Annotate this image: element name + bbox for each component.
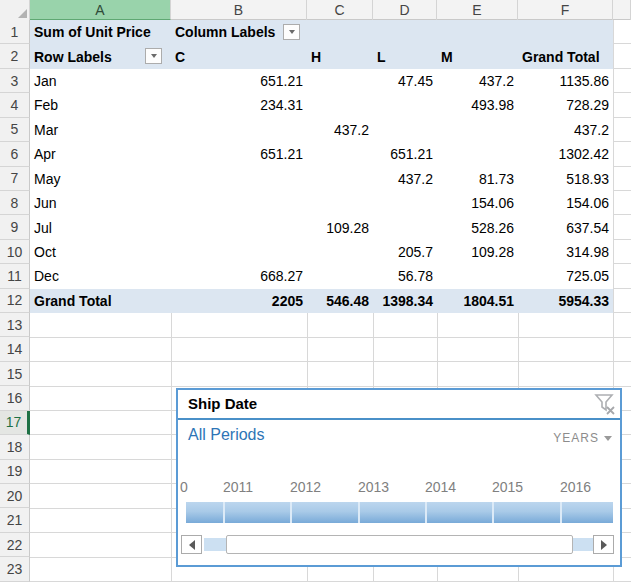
row-header-23[interactable]: 23 [0,557,30,581]
cell[interactable]: 651.21 [171,142,307,166]
cell[interactable] [373,118,437,142]
row-header-4[interactable]: 4 [0,93,30,117]
timeline-scrollbar-track[interactable] [204,538,226,551]
cell[interactable]: 1398.34 [373,289,437,313]
row-header-6[interactable]: 6 [0,142,30,166]
cell[interactable]: 314.98 [518,240,613,264]
cell[interactable]: 725.05 [518,264,613,288]
cell[interactable] [171,215,307,239]
cell[interactable]: 437.2 [437,69,518,93]
cell[interactable]: 1804.51 [437,289,518,313]
cell[interactable]: 1135.86 [518,69,613,93]
column-header-C[interactable]: C [307,0,373,20]
row-header-3[interactable]: 3 [0,69,30,93]
cell[interactable]: 546.48 [307,289,373,313]
cell[interactable] [307,240,373,264]
column-labels-filter-dropdown[interactable] [283,24,300,40]
row-label[interactable]: Jan [30,69,171,93]
pivot-col-header-L[interactable]: L [373,44,437,68]
row-header-16[interactable]: 16 [0,386,30,410]
cell[interactable]: 154.06 [518,191,613,215]
cell[interactable] [171,167,307,191]
row-label[interactable]: Apr [30,142,171,166]
row-header-12[interactable]: 12 [0,289,30,313]
column-header-D[interactable]: D [373,0,437,20]
cell[interactable]: 437.2 [518,118,613,142]
row-header-15[interactable]: 15 [0,362,30,386]
row-label[interactable]: Dec [30,264,171,288]
pivot-col-header-grand-total[interactable]: Grand Total [518,44,613,68]
cell[interactable] [437,142,518,166]
cell[interactable]: 437.2 [307,118,373,142]
row-header-5[interactable]: 5 [0,118,30,142]
cell[interactable] [307,93,373,117]
cell[interactable] [518,20,613,44]
select-all-button[interactable] [0,0,30,20]
cell[interactable] [307,69,373,93]
cell[interactable]: 437.2 [373,167,437,191]
row-header-17-active[interactable]: 17 [0,411,30,435]
column-header-G-partial[interactable] [613,0,631,20]
timeline-scrollbar-track[interactable] [573,538,593,551]
column-header-A[interactable]: A [30,0,171,20]
row-header-18[interactable]: 18 [0,435,30,459]
cell[interactable]: 154.06 [437,191,518,215]
cell[interactable] [171,118,307,142]
cell[interactable] [373,191,437,215]
cell[interactable]: 109.28 [307,215,373,239]
row-label[interactable]: Oct [30,240,171,264]
column-header-E[interactable]: E [437,0,518,20]
row-label[interactable]: May [30,167,171,191]
row-header-22[interactable]: 22 [0,533,30,557]
pivot-values-field-cell[interactable]: Sum of Unit Price [30,20,171,44]
row-label[interactable]: Jun [30,191,171,215]
timeline-scroll-right-button[interactable] [593,535,614,554]
cell[interactable]: 47.45 [373,69,437,93]
cell[interactable] [437,264,518,288]
cell[interactable] [373,215,437,239]
column-header-B[interactable]: B [171,0,307,20]
column-header-F[interactable]: F [518,0,613,20]
cell[interactable] [307,264,373,288]
pivot-col-header-C[interactable]: C [171,44,307,68]
cell[interactable] [307,142,373,166]
cell[interactable] [437,118,518,142]
cell[interactable]: 205.7 [373,240,437,264]
cell[interactable]: 1302.42 [518,142,613,166]
row-header-1[interactable]: 1 [0,20,30,44]
cell[interactable]: 109.28 [437,240,518,264]
cell[interactable]: 56.78 [373,264,437,288]
cell[interactable]: 518.93 [518,167,613,191]
row-header-20[interactable]: 20 [0,484,30,508]
timeline-scroll-left-button[interactable] [181,535,202,554]
cell[interactable]: 2205 [171,289,307,313]
cell[interactable] [373,20,437,44]
row-labels-filter-dropdown[interactable] [145,48,162,64]
row-header-2[interactable]: 2 [0,44,30,68]
cell[interactable] [437,20,518,44]
cell[interactable] [307,167,373,191]
row-label[interactable]: Mar [30,118,171,142]
timeline-selection-bar[interactable] [186,502,613,523]
row-header-14[interactable]: 14 [0,337,30,361]
timeline-slicer-ship-date[interactable]: Ship Date All Periods YEARS 0 2011 2012 … [176,388,622,567]
cell[interactable] [307,20,373,44]
cell[interactable]: 637.54 [518,215,613,239]
cell[interactable] [373,93,437,117]
cell[interactable]: 5954.33 [518,289,613,313]
row-label[interactable]: Jul [30,215,171,239]
pivot-col-header-M[interactable]: M [437,44,518,68]
row-header-19[interactable]: 19 [0,460,30,484]
cell[interactable]: 528.26 [437,215,518,239]
cell[interactable]: 81.73 [437,167,518,191]
timeline-period-dropdown[interactable]: YEARS [553,431,612,445]
cell[interactable]: 234.31 [171,93,307,117]
row-header-7[interactable]: 7 [0,167,30,191]
row-label[interactable]: Feb [30,93,171,117]
cell[interactable]: 651.21 [373,142,437,166]
cell[interactable] [171,191,307,215]
cell[interactable]: 493.98 [437,93,518,117]
cell[interactable]: 728.29 [518,93,613,117]
row-header-8[interactable]: 8 [0,191,30,215]
cell[interactable]: 668.27 [171,264,307,288]
